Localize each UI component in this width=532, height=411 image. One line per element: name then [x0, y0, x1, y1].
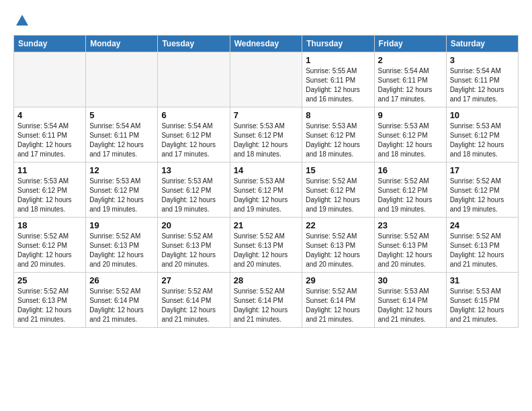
day-info: Sunrise: 5:54 AM Sunset: 6:11 PM Dayligh…: [17, 122, 82, 159]
calendar-day-cell: 17Sunrise: 5:52 AM Sunset: 6:12 PM Dayli…: [446, 163, 518, 218]
day-number: 4: [17, 110, 82, 120]
calendar-week-row: 18Sunrise: 5:52 AM Sunset: 6:12 PM Dayli…: [14, 218, 519, 273]
calendar-day-cell: 28Sunrise: 5:52 AM Sunset: 6:14 PM Dayli…: [230, 273, 302, 328]
day-info: Sunrise: 5:54 AM Sunset: 6:11 PM Dayligh…: [378, 66, 443, 104]
day-info: Sunrise: 5:53 AM Sunset: 6:15 PM Dayligh…: [450, 287, 515, 324]
calendar-day-cell: 2Sunrise: 5:54 AM Sunset: 6:11 PM Daylig…: [374, 52, 446, 107]
day-number: 14: [234, 165, 299, 175]
svg-marker-0: [16, 15, 28, 26]
day-info: Sunrise: 5:52 AM Sunset: 6:13 PM Dayligh…: [89, 232, 154, 269]
day-number: 7: [234, 110, 299, 120]
day-info: Sunrise: 5:53 AM Sunset: 6:12 PM Dayligh…: [450, 122, 515, 159]
calendar-table: SundayMondayTuesdayWednesdayThursdayFrid…: [13, 35, 519, 328]
day-number: 6: [161, 110, 226, 120]
weekday-header-cell: Sunday: [14, 36, 86, 52]
day-number: 8: [306, 110, 370, 120]
day-info: Sunrise: 5:53 AM Sunset: 6:12 PM Dayligh…: [89, 177, 154, 214]
calendar-day-cell: 18Sunrise: 5:52 AM Sunset: 6:12 PM Dayli…: [14, 218, 86, 273]
calendar-day-cell: 12Sunrise: 5:53 AM Sunset: 6:12 PM Dayli…: [86, 163, 158, 218]
day-info: Sunrise: 5:52 AM Sunset: 6:13 PM Dayligh…: [378, 232, 443, 269]
calendar-day-cell: 9Sunrise: 5:53 AM Sunset: 6:12 PM Daylig…: [374, 107, 446, 163]
day-number: 2: [378, 55, 443, 65]
day-info: Sunrise: 5:52 AM Sunset: 6:12 PM Dayligh…: [450, 177, 515, 214]
calendar-day-cell: 6Sunrise: 5:54 AM Sunset: 6:12 PM Daylig…: [158, 107, 230, 163]
day-number: 17: [450, 165, 515, 175]
day-number: 19: [89, 220, 154, 230]
calendar-day-cell: 29Sunrise: 5:52 AM Sunset: 6:14 PM Dayli…: [302, 273, 374, 328]
calendar-day-cell: 19Sunrise: 5:52 AM Sunset: 6:13 PM Dayli…: [86, 218, 158, 273]
day-number: 11: [17, 165, 82, 175]
day-info: Sunrise: 5:52 AM Sunset: 6:12 PM Dayligh…: [17, 232, 82, 269]
weekday-header-cell: Thursday: [302, 36, 374, 52]
calendar-day-cell: [86, 52, 158, 107]
day-number: 29: [306, 275, 370, 285]
day-number: 21: [234, 220, 299, 230]
day-info: Sunrise: 5:53 AM Sunset: 6:14 PM Dayligh…: [378, 287, 443, 324]
day-number: 23: [378, 220, 443, 230]
day-number: 26: [89, 275, 154, 285]
day-info: Sunrise: 5:53 AM Sunset: 6:12 PM Dayligh…: [306, 122, 370, 159]
calendar-day-cell: 27Sunrise: 5:52 AM Sunset: 6:14 PM Dayli…: [158, 273, 230, 328]
calendar-day-cell: 23Sunrise: 5:52 AM Sunset: 6:13 PM Dayli…: [374, 218, 446, 273]
logo: [13, 13, 30, 28]
day-number: 3: [450, 55, 515, 65]
calendar-week-row: 1Sunrise: 5:55 AM Sunset: 6:11 PM Daylig…: [14, 52, 519, 107]
day-number: 24: [450, 220, 515, 230]
calendar-day-cell: 10Sunrise: 5:53 AM Sunset: 6:12 PM Dayli…: [446, 107, 518, 163]
calendar-day-cell: 30Sunrise: 5:53 AM Sunset: 6:14 PM Dayli…: [374, 273, 446, 328]
calendar-day-cell: [14, 52, 86, 107]
day-info: Sunrise: 5:52 AM Sunset: 6:13 PM Dayligh…: [234, 232, 299, 269]
day-number: 27: [161, 275, 226, 285]
weekday-header-cell: Friday: [374, 36, 446, 52]
day-info: Sunrise: 5:53 AM Sunset: 6:12 PM Dayligh…: [378, 122, 443, 159]
calendar-body: 1Sunrise: 5:55 AM Sunset: 6:11 PM Daylig…: [14, 52, 519, 328]
calendar-week-row: 25Sunrise: 5:52 AM Sunset: 6:13 PM Dayli…: [14, 273, 519, 328]
calendar-week-row: 11Sunrise: 5:53 AM Sunset: 6:12 PM Dayli…: [14, 163, 519, 218]
day-number: 31: [450, 275, 515, 285]
calendar-day-cell: [230, 52, 302, 107]
day-number: 13: [161, 165, 226, 175]
day-number: 25: [17, 275, 82, 285]
calendar-day-cell: 25Sunrise: 5:52 AM Sunset: 6:13 PM Dayli…: [14, 273, 86, 328]
day-info: Sunrise: 5:52 AM Sunset: 6:12 PM Dayligh…: [378, 177, 443, 214]
weekday-header-cell: Monday: [86, 36, 158, 52]
calendar-day-cell: 16Sunrise: 5:52 AM Sunset: 6:12 PM Dayli…: [374, 163, 446, 218]
day-number: 12: [89, 165, 154, 175]
day-number: 1: [306, 55, 370, 65]
calendar-day-cell: [158, 52, 230, 107]
day-info: Sunrise: 5:53 AM Sunset: 6:12 PM Dayligh…: [161, 177, 226, 214]
day-info: Sunrise: 5:52 AM Sunset: 6:13 PM Dayligh…: [306, 232, 370, 269]
calendar-day-cell: 13Sunrise: 5:53 AM Sunset: 6:12 PM Dayli…: [158, 163, 230, 218]
page-header: [13, 13, 519, 28]
day-number: 30: [378, 275, 443, 285]
day-info: Sunrise: 5:52 AM Sunset: 6:14 PM Dayligh…: [89, 287, 154, 324]
day-info: Sunrise: 5:53 AM Sunset: 6:12 PM Dayligh…: [234, 122, 299, 159]
calendar-week-row: 4Sunrise: 5:54 AM Sunset: 6:11 PM Daylig…: [14, 107, 519, 163]
calendar-day-cell: 20Sunrise: 5:52 AM Sunset: 6:13 PM Dayli…: [158, 218, 230, 273]
calendar-header-row: SundayMondayTuesdayWednesdayThursdayFrid…: [14, 36, 519, 52]
day-number: 18: [17, 220, 82, 230]
calendar-day-cell: 21Sunrise: 5:52 AM Sunset: 6:13 PM Dayli…: [230, 218, 302, 273]
day-number: 10: [450, 110, 515, 120]
weekday-header-cell: Wednesday: [230, 36, 302, 52]
day-info: Sunrise: 5:54 AM Sunset: 6:11 PM Dayligh…: [89, 122, 154, 159]
day-number: 22: [306, 220, 370, 230]
day-info: Sunrise: 5:52 AM Sunset: 6:13 PM Dayligh…: [17, 287, 82, 324]
day-number: 20: [161, 220, 226, 230]
logo-icon: [15, 13, 30, 28]
calendar-day-cell: 1Sunrise: 5:55 AM Sunset: 6:11 PM Daylig…: [302, 52, 374, 107]
day-info: Sunrise: 5:52 AM Sunset: 6:14 PM Dayligh…: [161, 287, 226, 324]
day-info: Sunrise: 5:54 AM Sunset: 6:11 PM Dayligh…: [450, 66, 515, 104]
calendar-day-cell: 22Sunrise: 5:52 AM Sunset: 6:13 PM Dayli…: [302, 218, 374, 273]
calendar-day-cell: 11Sunrise: 5:53 AM Sunset: 6:12 PM Dayli…: [14, 163, 86, 218]
weekday-header-cell: Saturday: [446, 36, 518, 52]
calendar-day-cell: 3Sunrise: 5:54 AM Sunset: 6:11 PM Daylig…: [446, 52, 518, 107]
day-info: Sunrise: 5:52 AM Sunset: 6:14 PM Dayligh…: [306, 287, 370, 324]
calendar-day-cell: 24Sunrise: 5:52 AM Sunset: 6:13 PM Dayli…: [446, 218, 518, 273]
day-info: Sunrise: 5:54 AM Sunset: 6:12 PM Dayligh…: [161, 122, 226, 159]
day-info: Sunrise: 5:52 AM Sunset: 6:12 PM Dayligh…: [306, 177, 370, 214]
calendar-day-cell: 4Sunrise: 5:54 AM Sunset: 6:11 PM Daylig…: [14, 107, 86, 163]
day-info: Sunrise: 5:52 AM Sunset: 6:13 PM Dayligh…: [161, 232, 226, 269]
day-number: 28: [234, 275, 299, 285]
calendar-day-cell: 14Sunrise: 5:53 AM Sunset: 6:12 PM Dayli…: [230, 163, 302, 218]
